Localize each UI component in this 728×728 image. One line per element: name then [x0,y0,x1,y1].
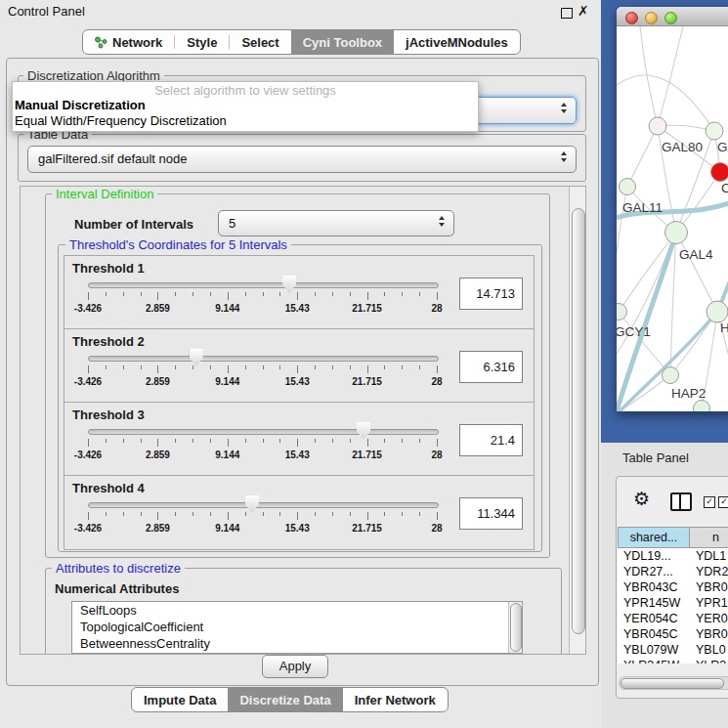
tick-label: 28 [431,376,442,387]
slider-track[interactable] [88,356,439,362]
numerical-attribute-item[interactable]: SelfLoops [72,602,522,619]
table-row[interactable]: YER054CYER0 [618,611,728,626]
tick-mark [402,292,403,296]
tab-network[interactable]: Network [83,30,174,54]
table-cell: YBL079W [618,642,690,658]
network-node-h[interactable] [707,301,728,322]
tick-mark [350,439,351,443]
network-edge[interactable] [658,26,683,126]
algorithm-option[interactable]: Equal Width/Frequency Discretization [13,113,478,129]
column-header-n[interactable]: n [690,527,728,548]
tick-mark [402,512,403,516]
numerical-attribute-item[interactable]: TopologicalCoefficient [72,619,522,635]
tick-mark [175,439,176,443]
slider-track[interactable] [88,429,439,435]
threshold-label: Threshold 1 [72,261,145,276]
table-row[interactable]: YBR043CYBR0 [618,579,728,595]
slider-track[interactable] [88,282,439,288]
network-node-c[interactable] [711,163,728,182]
tab-label: jActiveMNodules [406,35,508,50]
network-window-titlebar[interactable] [617,7,728,26]
table-row[interactable]: YPR145WYPR1 [618,595,728,611]
tick-label: 21.715 [352,303,382,314]
network-node-ga[interactable] [706,122,723,140]
table-data-combobox[interactable]: galFiltered.sif default node [27,146,577,173]
tab-discretize-data[interactable]: Discretize Data [228,688,342,711]
pane-scrollbar[interactable] [569,187,585,654]
slider-track[interactable] [88,502,439,508]
table-row[interactable]: YBR045CYBR0 [618,626,728,642]
threshold-label: Threshold 3 [72,407,145,422]
network-graph[interactable]: GAL80GACGAL11GAL4GCY1HHAP2 [617,26,728,411]
tab-infer-network[interactable]: Infer Network [343,688,448,711]
tab-label: Network [112,35,162,50]
threshold-value-field[interactable]: 6.316 [459,351,523,383]
table-row[interactable]: YDR27...YDR2 [618,564,728,579]
table-cell: YLR3 [690,658,728,664]
split-columns-icon[interactable] [670,492,692,511]
scrollbar-thumb[interactable] [510,603,522,652]
slider-thumb[interactable] [282,276,296,293]
float-window-icon[interactable] [561,8,573,19]
checkbox-icon[interactable]: ✓ [718,496,728,508]
threshold-value-field[interactable]: 11.344 [459,497,523,530]
tab-cyni-toolbox[interactable]: Cyni Toolbox [291,30,394,54]
number-of-intervals-spinner[interactable]: 5 [218,210,454,236]
threshold-value-field[interactable]: 14.713 [459,278,523,310]
table-cell: YPR1 [690,595,728,611]
column-header-shared-[interactable]: shared... [618,527,690,548]
top-tab-strip: NetworkStyleSelectCyni ToolboxjActiveMNo… [82,29,521,55]
table-hscrollbar[interactable] [619,676,728,690]
tab-jactivemnodules[interactable]: jActiveMNodules [394,30,520,54]
tick-mark [141,512,142,516]
scrollbar-thumb[interactable] [621,678,724,690]
network-node-gal80[interactable] [649,117,666,135]
network-node-label: GCY1 [617,324,651,339]
tick-mark [157,512,158,520]
table-data-selected-value: galFiltered.sif default node [38,151,187,166]
network-node-label: C [721,181,728,195]
number-of-intervals-value: 5 [229,216,236,231]
tick-mark [332,439,333,443]
tick-label: -3.426 [74,523,102,534]
apply-button[interactable]: Apply [262,655,328,678]
tick-mark [228,512,229,520]
tab-select[interactable]: Select [230,30,290,54]
table-row[interactable]: YLR345WYLR3 [618,658,728,664]
tick-label: 21.715 [352,376,382,387]
attribute-items: SelfLoopsTopologicalCoefficientBetweenne… [72,602,522,652]
combo-arrows-icon [561,103,567,113]
table-row[interactable]: YDL19...YDL1 [618,548,728,564]
numerical-attribute-item[interactable]: BetweennessCentrality [72,635,522,652]
mac-close-icon[interactable] [625,12,638,24]
slider-thumb[interactable] [190,349,203,366]
table-row[interactable]: YBL079WYBL0 [618,642,728,658]
network-node-gal4[interactable] [665,222,688,244]
network-node[interactable] [694,401,710,412]
mac-zoom-icon[interactable] [664,12,677,24]
attributes-group-title: Attributes to discretize [52,561,185,576]
tab-style[interactable]: Style [175,30,229,54]
close-icon[interactable]: ✗ [578,3,589,19]
algorithm-option[interactable]: Manual Discretization [13,98,478,113]
tick-label: 9.144 [215,523,239,534]
gear-icon[interactable]: ⚙ [633,488,650,509]
slider-thumb[interactable] [245,495,259,513]
network-edge[interactable] [676,233,717,312]
network-node-gcy1[interactable] [617,304,627,321]
network-edge[interactable] [627,126,658,187]
tick-mark [123,439,124,443]
slider-thumb[interactable] [357,422,370,440]
attributes-scrollbar[interactable] [508,602,522,653]
threshold-value-field[interactable]: 21.4 [459,424,523,456]
checkbox-icon[interactable]: ✓ [704,496,715,508]
mac-minimize-icon[interactable] [645,12,658,24]
threshold-list: Threshold 1-3.4262.8599.14415.4321.71528… [64,256,535,549]
scrollbar-thumb[interactable] [572,208,585,634]
network-node-hap2[interactable] [663,367,679,384]
tick-mark [263,512,264,516]
network-node-gal11[interactable] [620,179,636,195]
tick-mark [193,365,193,369]
network-edge[interactable] [619,233,676,312]
tab-impute-data[interactable]: Impute Data [132,688,228,711]
